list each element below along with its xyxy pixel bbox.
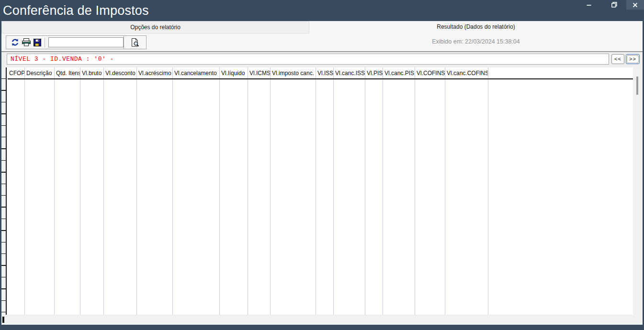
displayed-at-text: Exibido em: 22/03/2024 15:38:04 [309,38,643,45]
column-header-vl-canc-cofins[interactable]: Vl.canc.COFINS [445,67,488,315]
column-header-label: Vl.PIS [365,67,383,77]
window-title: Conferência de Impostos [3,0,149,21]
preview-cell [124,36,146,49]
header-underline [8,78,633,79]
next-page-button[interactable]: >> [626,54,640,64]
close-icon [633,2,638,8]
column-header-vl-desconto[interactable]: Vl.desconto [104,67,137,315]
preview-icon [131,38,139,47]
column-header-descricao[interactable]: Descrição [25,67,55,315]
restore-icon [611,2,617,8]
column-header-vl-canc-pis[interactable]: Vl.canc.PIS [383,67,415,315]
column-header-label: Vl.acréscimo [137,67,172,77]
vertical-scrollbar[interactable] [633,67,641,315]
column-header-label: Vl.canc.COFINS [445,67,488,77]
column-header-label: Vl.ICMS [248,67,270,77]
column-header-label: Qtd. Itens [55,67,80,77]
column-header-vl-cancelamento[interactable]: Vl.cancelamento [173,67,220,315]
prev-page-label: << [614,56,621,62]
refresh-icon [11,38,19,46]
preview-button[interactable] [129,37,141,48]
refresh-button[interactable] [10,37,21,48]
next-page-label: >> [629,56,636,62]
save-icon [34,39,41,46]
column-header-label: Vl.ISS [316,67,333,77]
column-header-label: Vl.imposto canc. [271,67,316,77]
restore-button[interactable] [602,0,626,10]
tab-strip: Opções do relatório Resultado (Dados do … [1,21,643,33]
window-border-left [0,21,1,330]
column-header-label: Vl.desconto [104,67,136,77]
results-panel: NÍVEL 3 - ID.VENDA : '0' - << >> CFOP De… [1,53,643,325]
toolbar-separator [45,38,45,47]
minimize-button[interactable] [576,0,602,10]
grid-indicator-column [1,67,7,315]
app-window: Conferência de Impostos Opções do relató… [0,0,644,330]
print-button[interactable] [21,37,32,48]
column-header-label: CFOP [8,67,24,77]
toolbar [6,35,147,49]
horizontal-scrollbar[interactable] [1,315,641,324]
column-header-vl-acrescimo[interactable]: Vl.acréscimo [137,67,173,315]
level-banner-text: NÍVEL 3 - ID.VENDA : '0' - [11,55,114,63]
column-header-cfop[interactable]: CFOP [8,67,25,315]
column-header-vl-cofins[interactable]: Vl.COFINS [415,67,445,315]
print-icon [22,38,31,46]
column-header-vl-bruto[interactable]: Vl.bruto [80,67,104,315]
panel-divider [0,51,644,52]
column-header-vl-canc-iss[interactable]: Vl.canc.ISS [334,67,365,315]
column-header-vl-imposto-canc[interactable]: Vl.imposto canc. [271,67,316,315]
v-scroll-thumb[interactable] [636,77,638,95]
column-header-vl-pis[interactable]: Vl.PIS [365,67,383,315]
column-header-qtd-itens[interactable]: Qtd. Itens [55,67,80,315]
column-header-label: Vl.COFINS [415,67,445,77]
tab-report-options[interactable]: Opções do relatório [1,21,309,33]
minimize-icon [587,2,591,7]
tab-report-result-label: Resultado (Dados do relatório) [437,23,515,30]
filter-input[interactable] [48,37,124,47]
window-controls [576,0,644,10]
column-header-label: Vl.líquido [220,67,248,77]
prev-page-button[interactable]: << [611,54,624,64]
window-border-bottom [0,325,644,330]
save-button[interactable] [32,37,43,48]
column-header-label: Vl.cancelamento [173,67,219,77]
data-grid: CFOP Descrição Qtd. Itens Vl.bruto Vl.de… [1,67,633,315]
tab-report-result[interactable]: Resultado (Dados do relatório) [309,21,643,33]
column-header-label: Vl.canc.ISS [334,67,365,77]
h-scroll-thumb[interactable] [2,317,4,323]
column-header-vl-liquido[interactable]: Vl.líquido [220,67,248,315]
column-header-label: Vl.canc.PIS [383,67,415,77]
tab-report-options-label: Opções do relatório [130,24,181,31]
column-header-label: Vl.bruto [80,67,103,77]
column-header-label: Descrição [25,67,54,77]
close-button[interactable] [626,0,644,10]
column-header-vl-iss[interactable]: Vl.ISS [316,67,334,315]
level-banner: NÍVEL 3 - ID.VENDA : '0' - [7,54,609,65]
column-header-vl-icms[interactable]: Vl.ICMS [248,67,271,315]
title-bar: Conferência de Impostos [0,0,644,21]
